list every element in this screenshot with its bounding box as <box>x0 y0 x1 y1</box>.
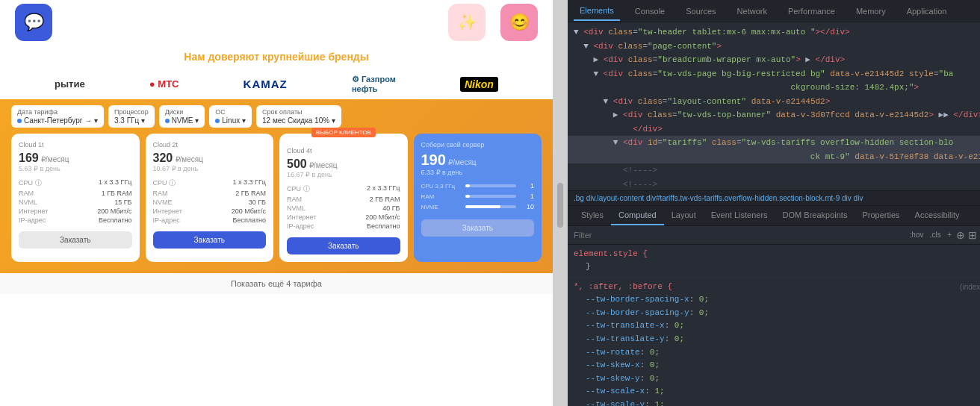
nvme-slider-row: NVME 10 <box>421 203 535 210</box>
html-line-8[interactable]: ▼ <div id="tariffs" class="tw-vds-tariff… <box>568 136 980 150</box>
left-scrollbar <box>553 0 568 406</box>
card4-daily: 6.33 ₽ в день <box>421 169 535 176</box>
card1-price: 169 ₽/месяц <box>19 152 132 165</box>
html-line-8b: ck mt-9" data-v-517e8f38 data-v-e21445d2… <box>568 150 980 164</box>
styles-tab-styles[interactable]: Styles <box>574 206 611 225</box>
html-line-4: ▼ <div class="tw-vds-page bg-big-restric… <box>568 67 980 81</box>
card3-daily: 16.67 ₽ в день <box>287 171 400 178</box>
card2-daily: 10.67 ₽ в день <box>153 165 267 172</box>
top-icons-row: 💬 ✨ 😊 <box>0 0 553 45</box>
card1-daily: 5.63 ₽ в день <box>19 165 132 172</box>
cpu-slider[interactable] <box>465 184 517 187</box>
css-selector-global: *, :after, :before { <box>574 281 672 294</box>
css-block-global: *, :after, :before { (index):4 --tw-bord… <box>568 278 980 406</box>
css-content: element.style { } *, :after, :before { (… <box>568 245 980 407</box>
layout-btn[interactable]: ⊞ <box>968 229 977 241</box>
order-btn-2[interactable]: Заказать <box>153 231 267 249</box>
filter-input[interactable] <box>574 231 910 240</box>
left-panel: 💬 ✨ 😊 Нам доверяют крупнейшие бренды рыт… <box>0 0 553 406</box>
html-line-4b: ckground-size: 1482.4px;"> <box>568 81 980 95</box>
order-btn-1[interactable]: Заказать <box>19 231 132 249</box>
card3-badge: ВЫБОР КЛИЕНТОВ <box>311 128 376 137</box>
card3-name: Cloud 4t <box>287 147 400 154</box>
styles-tab-layout[interactable]: Layout <box>664 206 704 225</box>
css-prop-border-spacing-x: --tw-border-spacing-x: 0; <box>574 293 980 307</box>
card-cloud4: ВЫБОР КЛИЕНТОВ Cloud 4t 500 ₽/месяц 16.6… <box>279 134 408 262</box>
card4-name: Собери свой сервер <box>421 141 535 149</box>
order-btn-4[interactable]: Заказать <box>421 219 535 237</box>
css-source-global[interactable]: (index):4 <box>960 283 980 291</box>
face-icon: 😊 <box>500 4 538 41</box>
card-cloud1: Cloud 1t 169 ₽/месяц 5.63 ₽ в день CPU ⓘ… <box>11 134 140 262</box>
cpu-slider-row: CPU 3.3 ГГц 1 <box>421 182 535 190</box>
brand-gazprom: ⚙ Газпромнефть <box>352 75 396 93</box>
devtools-top-tabs: Elements Console Sources Network Perform… <box>568 0 980 22</box>
show-more[interactable]: Показать ещё 4 тарифа <box>0 273 553 294</box>
tab-memory[interactable]: Memory <box>850 2 892 20</box>
card-cloud2: Cloud 2t 320 ₽/месяц 10.67 ₽ в день CPU … <box>146 134 274 262</box>
html-line-9: <!----> <box>568 163 980 178</box>
filter-period[interactable]: Срок оплаты 12 мес Скидка 10% ▾ <box>256 105 341 128</box>
html-line-6: ▶ <div class="tw-vds-top-banner" data-v-… <box>568 108 980 122</box>
css-prop-close: } <box>574 260 980 274</box>
card2-name: Cloud 2t <box>153 141 267 149</box>
brand-mts: ● МТС <box>149 78 179 90</box>
html-line-7: </div> <box>568 122 980 137</box>
brand-nikon: Nikon <box>460 77 498 92</box>
css-prop-translate-x: --tw-translate-x: 0; <box>574 319 980 333</box>
brand-kamaz: KAMAZ <box>244 78 288 90</box>
tab-network[interactable]: Network <box>731 2 773 20</box>
brands-row: рытие ● МТС KAMAZ ⚙ Газпромнефть Nikon <box>0 69 553 99</box>
filter-disk[interactable]: Диски NVME ▾ <box>159 105 205 128</box>
card-custom: Собери свой сервер 190 ₽/месяц 6.33 ₽ в … <box>414 134 542 262</box>
filter-location[interactable]: Дата тарифа Санкт-Петербург → ▾ <box>11 105 104 128</box>
filter-os[interactable]: ОС Linux ▾ <box>209 105 252 128</box>
card1-name: Cloud 1t <box>19 141 132 149</box>
brands-text: Нам доверяют крупнейшие бренды <box>0 45 553 69</box>
ram-slider[interactable] <box>465 195 517 198</box>
css-prop-skew-y: --tw-skew-y: 0; <box>574 372 980 386</box>
styles-tab-event-listeners[interactable]: Event Listeners <box>704 206 775 225</box>
styles-tab-computed[interactable]: Computed <box>611 206 664 225</box>
css-prop-skew-x: --tw-skew-x: 0; <box>574 359 980 372</box>
nvme-slider[interactable] <box>465 205 517 208</box>
card4-price: 190 ₽/месяц <box>421 152 535 169</box>
filter-hov: :hov .cls + <box>910 231 952 239</box>
devtools-panel: Elements Console Sources Network Perform… <box>568 0 980 406</box>
cards-row: Cloud 1t 169 ₽/месяц 5.63 ₽ в день CPU ⓘ… <box>11 134 542 262</box>
tab-sources[interactable]: Sources <box>680 2 722 20</box>
html-area: ▼ <div class="tw-header tablet:mx-6 max:… <box>568 22 980 190</box>
chat-icon: 💬 <box>15 4 52 41</box>
css-prop-rotate: --tw-rotate: 0; <box>574 346 980 360</box>
css-prop-scale-y: --tw-scale-y: 1; <box>574 399 980 406</box>
filter-bar: :hov .cls + ⊕ ⊞ ✕ <box>568 226 980 245</box>
css-prop-scale-x: --tw-scale-x: 1; <box>574 385 980 399</box>
styles-tab-accessibility[interactable]: Accessibility <box>908 206 967 225</box>
tab-console[interactable]: Console <box>629 2 671 20</box>
ram-slider-row: RAM 1 <box>421 193 535 200</box>
html-line-10: <!----> <box>568 178 980 190</box>
css-prop-translate-y: --tw-translate-y: 0; <box>574 333 980 346</box>
html-line-1: ▼ <div class="tw-header tablet:mx-6 max:… <box>568 25 980 40</box>
styles-tab-properties[interactable]: Properties <box>855 206 907 225</box>
orange-section: Дата тарифа Санкт-Петербург → ▾ Процессо… <box>0 99 553 273</box>
styles-tab-dom-breakpoints[interactable]: DOM Breakpoints <box>775 206 855 225</box>
css-prop-border-spacing-y: --tw-border-spacing-y: 0; <box>574 307 980 320</box>
html-line-3: ▶ <div class="breadcrumb-wrapper mx-auto… <box>568 53 980 67</box>
add-style-btn[interactable]: ⊕ <box>956 229 965 241</box>
tab-elements[interactable]: Elements <box>574 1 620 21</box>
card2-price: 320 ₽/месяц <box>153 152 267 165</box>
tab-performance[interactable]: Performance <box>782 2 841 20</box>
order-btn-3[interactable]: Заказать <box>287 237 400 254</box>
tab-application[interactable]: Application <box>901 2 953 20</box>
css-selector-element-style: element.style { <box>574 248 980 261</box>
sparkle-icon: ✨ <box>448 4 486 41</box>
filter-cpu[interactable]: Процессор 3.3 ГГц ▾ <box>108 105 155 128</box>
filters-row: Дата тарифа Санкт-Петербург → ▾ Процессо… <box>11 105 542 128</box>
brand-rytie: рытие <box>55 78 85 90</box>
html-line-5: ▼ <div class="layout-content" data-v-e21… <box>568 95 980 109</box>
breadcrumb-bar: .bg div.layout-content div#tariffs.tw-vd… <box>568 190 980 206</box>
css-block-element-style: element.style { } <box>568 245 980 278</box>
html-line-2: ▼ <div class="page-content"> <box>568 40 980 54</box>
styles-tabs: Styles Computed Layout Event Listeners D… <box>568 206 980 226</box>
